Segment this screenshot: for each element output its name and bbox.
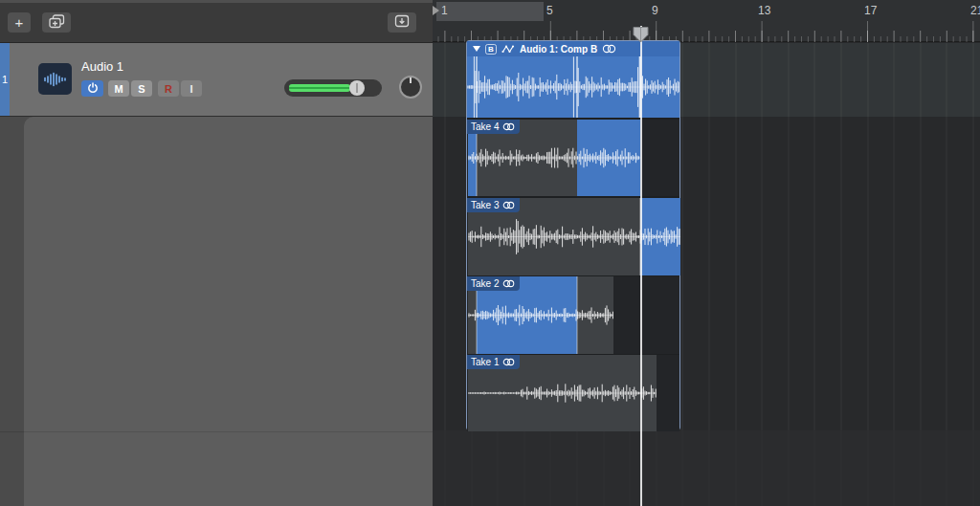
disclosure-triangle-icon[interactable]	[473, 46, 480, 52]
duplicate-track-icon	[49, 14, 65, 32]
flatten-badge[interactable]: B	[485, 44, 497, 55]
comp-section-separator[interactable]	[576, 56, 578, 118]
take-3-badge[interactable]: Take 3	[467, 198, 520, 212]
tracks-area: 1 5 9 13 17 21 B Audio 1: Comp B	[433, 0, 980, 506]
take-3-selected-section[interactable]	[640, 198, 680, 275]
duplicate-track-button[interactable]	[42, 12, 71, 33]
volume-thumb[interactable]	[349, 80, 365, 96]
library-toggle-button[interactable]	[388, 12, 416, 33]
track-on-off-button[interactable]	[81, 80, 103, 97]
take-2-badge[interactable]: Take 2	[467, 276, 520, 291]
stereo-icon	[502, 201, 515, 209]
volume-slider[interactable]	[284, 79, 382, 97]
comp-section-separator[interactable]	[576, 276, 578, 354]
take-4-badge[interactable]: Take 4	[467, 120, 520, 134]
ruler-ticks	[433, 0, 980, 42]
comp-region[interactable]	[467, 56, 679, 118]
below-tracks-background[interactable]	[433, 430, 980, 506]
take-label: Take 1	[471, 357, 499, 367]
power-icon	[87, 82, 99, 96]
stereo-icon	[502, 122, 515, 131]
take-label: Take 3	[471, 200, 499, 210]
panel-divider	[0, 431, 433, 432]
stereo-icon	[502, 279, 515, 288]
track-name[interactable]: Audio 1	[81, 59, 123, 74]
bar-ruler[interactable]: 1 5 9 13 17 21	[433, 0, 980, 42]
take-lane-2[interactable]: Take 2	[467, 276, 679, 354]
quick-swipe-comp-icon[interactable]	[501, 40, 515, 57]
empty-track-list-area[interactable]	[24, 117, 433, 506]
take-folder-region[interactable]: B Audio 1: Comp B	[466, 40, 680, 430]
volume-fill	[289, 84, 350, 92]
track-list-toolbar: +	[0, 0, 433, 43]
track-number-stripe: 1	[0, 43, 10, 116]
take-label: Take 4	[471, 121, 499, 132]
mute-button[interactable]: M	[108, 80, 129, 97]
audio-track-icon	[38, 63, 72, 95]
track-number: 1	[2, 74, 8, 85]
take-lane-1[interactable]: Take 1	[467, 355, 679, 431]
playhead-line[interactable]	[640, 26, 642, 506]
waveform-icon	[43, 72, 67, 87]
take-1-badge[interactable]: Take 1	[467, 355, 520, 369]
logic-tracks-window: +	[0, 0, 980, 506]
playhead-marker[interactable]	[633, 26, 649, 47]
pan-knob[interactable]	[399, 76, 422, 99]
record-enable-button[interactable]: R	[158, 80, 179, 97]
solo-button[interactable]: S	[131, 80, 152, 97]
comp-section-separator[interactable]	[476, 56, 478, 118]
import-box-icon	[394, 14, 410, 31]
input-monitor-button[interactable]: I	[181, 80, 202, 97]
track-header-panel: +	[0, 0, 433, 506]
take-folder-title: Audio 1: Comp B	[520, 44, 597, 55]
stereo-icon	[502, 358, 515, 366]
take-4-selected-section[interactable]	[577, 120, 640, 196]
track-header-audio-1[interactable]: 1 Audio 1 M S R	[0, 43, 433, 117]
take-lane-3[interactable]: Take 3	[467, 198, 679, 275]
take-lane-4[interactable]: Take 4	[467, 120, 679, 196]
comp-waveform	[467, 56, 679, 118]
take-label: Take 2	[471, 278, 499, 289]
stereo-icon	[602, 40, 616, 57]
add-track-button[interactable]: +	[8, 12, 31, 33]
